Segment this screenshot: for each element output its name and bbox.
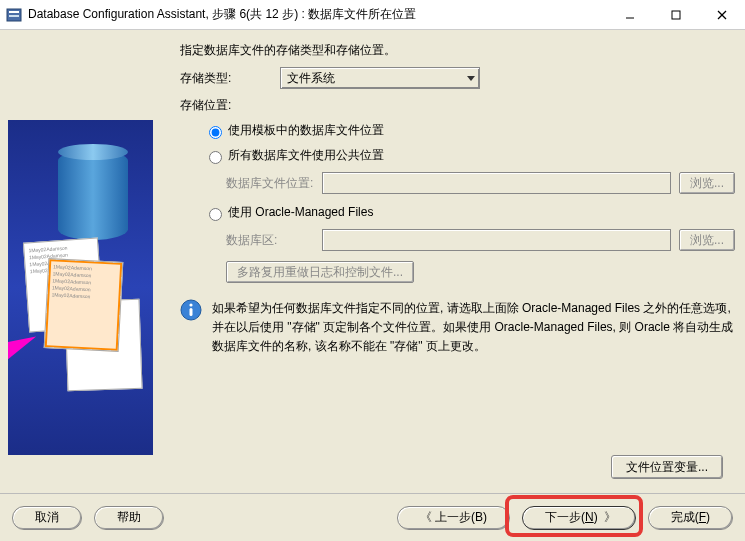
next-button[interactable]: 下一步(N)》 — [522, 506, 636, 530]
storage-type-label: 存储类型: — [180, 70, 280, 87]
radio-use-omf[interactable]: 使用 Oracle-Managed Files — [204, 204, 735, 221]
info-block: 如果希望为任何数据库文件指定不同的位置, 请选取上面除 Oracle-Manag… — [180, 299, 735, 357]
storage-type-value: 文件系统 — [287, 70, 335, 87]
svg-rect-4 — [672, 11, 680, 19]
window-title: Database Configuration Assistant, 步骤 6(共… — [28, 6, 607, 23]
radio-use-common[interactable]: 所有数据库文件使用公共位置 — [204, 147, 735, 164]
radio-use-template[interactable]: 使用模板中的数据库文件位置 — [204, 122, 735, 139]
svg-rect-1 — [9, 11, 19, 13]
db-file-location-input[interactable] — [322, 172, 671, 194]
info-text: 如果希望为任何数据库文件指定不同的位置, 请选取上面除 Oracle-Manag… — [212, 299, 735, 357]
help-button[interactable]: 帮助 — [94, 506, 164, 530]
app-icon — [6, 7, 22, 23]
back-button[interactable]: 《上一步(B) — [397, 506, 510, 530]
arrow-icon — [8, 327, 40, 362]
db-area-input[interactable] — [322, 229, 671, 251]
chevron-right-icon: 》 — [604, 509, 613, 526]
titlebar: Database Configuration Assistant, 步骤 6(共… — [0, 0, 745, 30]
minimize-button[interactable] — [607, 0, 653, 30]
svg-point-8 — [189, 303, 192, 306]
footer-bar: 取消 帮助 《上一步(B) 下一步(N)》 完成(F) — [0, 493, 745, 541]
browse-button-2[interactable]: 浏览... — [679, 229, 735, 251]
storage-location-label: 存储位置: — [180, 97, 735, 114]
info-icon — [180, 299, 202, 321]
db-file-location-label: 数据库文件位置: — [226, 175, 314, 192]
close-button[interactable] — [699, 0, 745, 30]
file-location-variables-button[interactable]: 文件位置变量... — [611, 455, 723, 479]
chevron-left-icon: 《 — [420, 509, 429, 526]
main-panel: 指定数据库文件的存储类型和存储位置。 存储类型: 文件系统 存储位置: 使用模板… — [180, 42, 735, 487]
db-area-label: 数据库区: — [226, 232, 314, 249]
finish-button[interactable]: 完成(F) — [648, 506, 733, 530]
radio-use-omf-input[interactable] — [209, 208, 222, 221]
svg-rect-2 — [9, 15, 19, 17]
content-area: 1May02Adamson1May02Adamson1May02Adamson1… — [0, 30, 745, 493]
wizard-sidebar-image: 1May02Adamson1May02Adamson1May02Adamson1… — [8, 120, 153, 455]
cancel-button[interactable]: 取消 — [12, 506, 82, 530]
browse-button-1[interactable]: 浏览... — [679, 172, 735, 194]
svg-rect-9 — [190, 308, 193, 316]
storage-type-select[interactable]: 文件系统 — [280, 67, 480, 89]
maximize-button[interactable] — [653, 0, 699, 30]
radio-use-common-input[interactable] — [209, 151, 222, 164]
multiplex-button[interactable]: 多路复用重做日志和控制文件... — [226, 261, 414, 283]
radio-use-template-input[interactable] — [209, 126, 222, 139]
intro-text: 指定数据库文件的存储类型和存储位置。 — [180, 42, 735, 59]
